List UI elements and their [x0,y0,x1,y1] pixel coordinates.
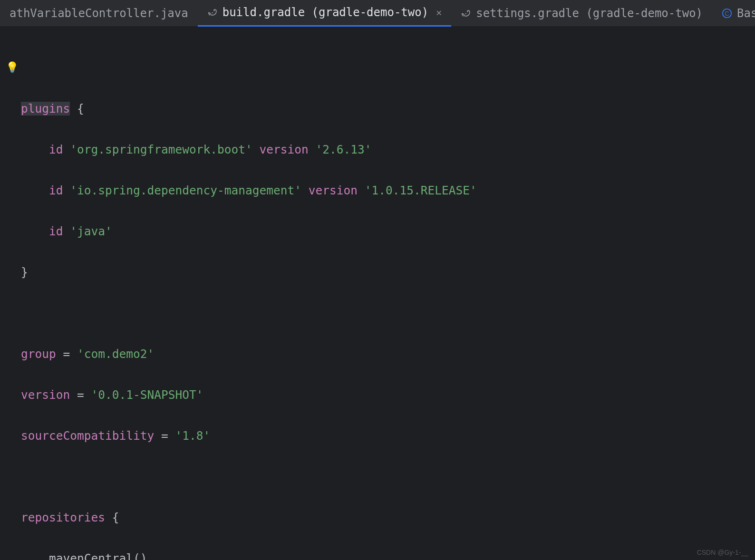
code-line: id 'java' [21,221,755,241]
code-line [21,466,755,487]
tab-controller[interactable]: athVariableController.java [0,0,198,27]
tab-label: athVariableController.java [10,7,188,20]
svg-text:C: C [725,10,729,17]
code-line: group = 'com.demo2' [21,344,755,364]
gradle-icon [461,8,471,19]
code-line: id 'org.springframework.boot' version '2… [21,139,755,160]
code-line: sourceCompatibility = '1.8' [21,425,755,446]
code-line: } [21,262,755,282]
code-line [21,303,755,323]
code-line: id 'io.spring.dependency-management' ver… [21,180,755,201]
tab-settings-gradle[interactable]: settings.gradle (gradle-demo-two) [451,0,712,27]
code-line: plugins { [21,98,755,119]
code-line: version = '0.0.1-SNAPSHOT' [21,385,755,405]
class-icon: C [722,8,732,19]
code-line: mavenCentral() [21,548,755,560]
close-icon[interactable]: ✕ [436,7,442,18]
tab-bar: athVariableController.java build.gradle … [0,0,755,27]
code-editor[interactable]: 💡 plugins { id 'org.springframework.boot… [0,27,755,560]
tab-label: settings.gradle (gradle-demo-two) [476,7,703,20]
watermark: CSDN @Gy-1-__ [697,549,748,556]
lightbulb-icon[interactable]: 💡 [6,57,19,77]
tab-label: BasicCo [737,7,755,20]
tab-basic[interactable]: C BasicCo [712,0,755,27]
code-line: repositories { [21,507,755,528]
tab-label: build.gradle (gradle-demo-two) [223,6,428,19]
gradle-icon [207,7,218,18]
tab-build-gradle[interactable]: build.gradle (gradle-demo-two) ✕ [198,0,452,27]
